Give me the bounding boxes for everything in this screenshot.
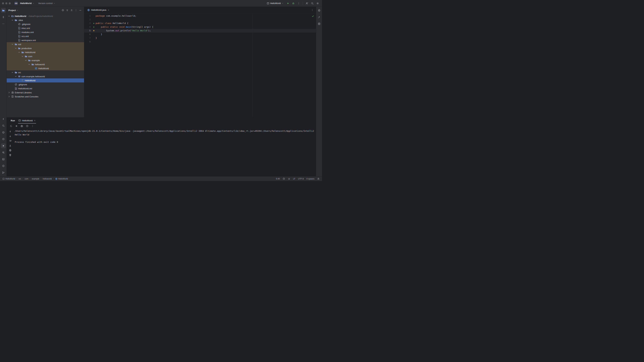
tree-item-example[interactable]: example bbox=[7, 58, 84, 62]
project-view-selector[interactable]: Project bbox=[8, 9, 18, 11]
tree-item-helloworld[interactable]: CHelloWorld bbox=[7, 66, 84, 70]
tree-item-helloworld[interactable]: CHelloWorld bbox=[7, 78, 84, 82]
caret-position[interactable]: 5:40 bbox=[276, 178, 280, 180]
code-with-me-button[interactable] bbox=[304, 1, 309, 6]
run-gutter-icon[interactable] bbox=[93, 22, 95, 24]
chevron-down-icon[interactable] bbox=[24, 59, 27, 62]
breadcrumb-com[interactable]: com bbox=[24, 178, 28, 180]
stop-button[interactable] bbox=[14, 124, 18, 128]
tree-item-scratches and consoles[interactable]: Scratches and Consoles bbox=[7, 94, 84, 98]
problems-toolwindow-button[interactable] bbox=[1, 164, 6, 168]
build-button[interactable] bbox=[1, 117, 6, 121]
settings-button[interactable] bbox=[315, 1, 320, 6]
project-toolwindow-button[interactable] bbox=[1, 8, 6, 13]
run-toolwindow-button[interactable] bbox=[1, 143, 6, 148]
run-console-output[interactable]: /Users/helenscott/Library/Java/JavaVirtu… bbox=[14, 129, 316, 176]
chevron-down-icon[interactable] bbox=[11, 71, 14, 74]
more-toolwindows-button[interactable] bbox=[1, 21, 6, 26]
tree-item-helloworld.iml[interactable]: HelloWorld.iml bbox=[7, 86, 84, 90]
chevron-down-icon[interactable] bbox=[11, 19, 14, 21]
rerun-button[interactable] bbox=[9, 124, 13, 128]
zoom-window-button[interactable] bbox=[9, 2, 11, 4]
code-line-3[interactable]: 3public class HelloWorld { bbox=[84, 21, 316, 25]
tree-item-workspace.xml[interactable]: workspace.xml bbox=[7, 38, 84, 42]
breadcrumb-helloworld[interactable]: CHelloWorld bbox=[55, 178, 68, 180]
tree-item-modules.xml[interactable]: modules.xml bbox=[7, 30, 84, 34]
vcs-widget[interactable]: Version control bbox=[37, 1, 57, 5]
learn-toolwindow-button[interactable] bbox=[1, 130, 6, 135]
chevron-right-icon[interactable] bbox=[8, 95, 10, 98]
annotation-indicator[interactable]: @ bbox=[288, 177, 290, 180]
tree-item-production[interactable]: production bbox=[7, 46, 84, 50]
notifications-button[interactable] bbox=[317, 8, 322, 13]
debug-button[interactable] bbox=[291, 1, 296, 6]
chevron-down-icon[interactable] bbox=[28, 63, 30, 66]
chevron-down-icon[interactable] bbox=[18, 51, 20, 54]
find-toolwindow-button[interactable] bbox=[1, 123, 6, 128]
code-line-5[interactable]: 5 System.out.println("Hello World"); bbox=[84, 29, 316, 32]
code-line-6[interactable]: 6 } bbox=[84, 32, 316, 36]
hide-panel-button[interactable] bbox=[78, 8, 82, 12]
tree-item-misc.xml[interactable]: misc.xml bbox=[7, 26, 84, 30]
collapse-all-button[interactable] bbox=[70, 8, 74, 12]
run-tab-helloworld[interactable]: HelloWorld bbox=[17, 117, 37, 123]
tree-item-out[interactable]: out bbox=[7, 42, 84, 46]
code-line-8[interactable]: 8 bbox=[84, 40, 316, 43]
breadcrumb-example[interactable]: example bbox=[32, 178, 39, 180]
dump-threads-button[interactable] bbox=[20, 124, 24, 128]
line-separator[interactable]: LF bbox=[293, 178, 295, 180]
run-config-selector[interactable]: HelloWorld bbox=[265, 1, 285, 5]
tree-item-external libraries[interactable]: External Libraries bbox=[7, 90, 84, 94]
soft-wrap-button[interactable] bbox=[8, 139, 12, 143]
chevron-down-icon[interactable] bbox=[14, 75, 17, 78]
tree-item-helloworld[interactable]: helloworld bbox=[7, 62, 84, 66]
structure-toolwindow-button[interactable] bbox=[1, 150, 6, 155]
chevron-down-icon[interactable] bbox=[14, 47, 17, 50]
code-line-4[interactable]: 4 public static void main(String[] args)… bbox=[84, 25, 316, 29]
expand-all-button[interactable] bbox=[65, 8, 69, 12]
tree-item-.gitignore[interactable]: .gitignore bbox=[7, 22, 84, 26]
code-editor[interactable]: 1package com.example.helloworld;23public… bbox=[84, 13, 316, 43]
inspections-ok-icon[interactable] bbox=[312, 15, 314, 17]
close-run-tab-button[interactable] bbox=[34, 119, 36, 121]
editor-options-button[interactable] bbox=[310, 8, 314, 12]
code-line-2[interactable]: 2 bbox=[84, 18, 316, 21]
more-options-button[interactable] bbox=[30, 124, 34, 128]
tree-item-.idea[interactable]: .idea bbox=[7, 18, 84, 22]
tree-item-com.example.helloworld[interactable]: com.example.helloworld bbox=[7, 74, 84, 78]
search-everywhere-button[interactable] bbox=[310, 1, 314, 6]
code-line-1[interactable]: 1package com.example.helloworld; bbox=[84, 14, 316, 18]
editor-tab-helloworld-java[interactable]: C HelloWorld.java bbox=[86, 7, 111, 13]
indent-style[interactable]: 4 spaces bbox=[306, 178, 314, 180]
breadcrumb-src[interactable]: src bbox=[18, 178, 21, 180]
scroll-to-end-button[interactable] bbox=[8, 144, 12, 148]
profiler-button[interactable] bbox=[25, 124, 29, 128]
services-toolwindow-button[interactable] bbox=[1, 137, 6, 141]
breadcrumb-helloworld[interactable]: HelloWorld bbox=[2, 178, 15, 180]
close-tab-button[interactable] bbox=[108, 9, 110, 11]
tree-item-.gitignore[interactable]: .gitignore bbox=[7, 82, 84, 86]
tree-item-vcs.xml[interactable]: vcs.xml bbox=[7, 34, 84, 38]
chevron-down-icon[interactable] bbox=[11, 43, 14, 45]
chevron-down-icon[interactable] bbox=[21, 55, 24, 58]
breadcrumb-helloworld[interactable]: helloworld bbox=[43, 178, 52, 180]
print-button[interactable] bbox=[8, 148, 12, 152]
select-opened-file-button[interactable] bbox=[61, 8, 65, 12]
project-selector[interactable]: HelloWorld bbox=[19, 1, 36, 5]
file-encoding[interactable]: UTF-8 bbox=[298, 178, 304, 180]
tree-item-com[interactable]: com bbox=[7, 54, 84, 58]
minimize-window-button[interactable] bbox=[5, 2, 8, 4]
window-controls[interactable] bbox=[2, 2, 11, 4]
tree-item-helloworld[interactable]: HelloWorld bbox=[7, 50, 84, 54]
close-window-button[interactable] bbox=[2, 2, 4, 4]
run-gutter-icon[interactable] bbox=[93, 26, 95, 28]
tree-item-helloworld[interactable]: HelloWorld~/IdeaProjects/HelloWorld bbox=[7, 14, 84, 18]
run-button[interactable] bbox=[286, 1, 290, 6]
git-toolwindow-button[interactable] bbox=[1, 170, 6, 175]
next-occurrence-button[interactable] bbox=[8, 134, 12, 138]
tree-item-src[interactable]: src bbox=[7, 70, 84, 74]
code-line-7[interactable]: 7} bbox=[84, 36, 316, 40]
chevron-down-icon[interactable] bbox=[8, 15, 10, 17]
ai-assistant-button[interactable] bbox=[317, 15, 322, 19]
more-actions-button[interactable] bbox=[296, 1, 301, 6]
